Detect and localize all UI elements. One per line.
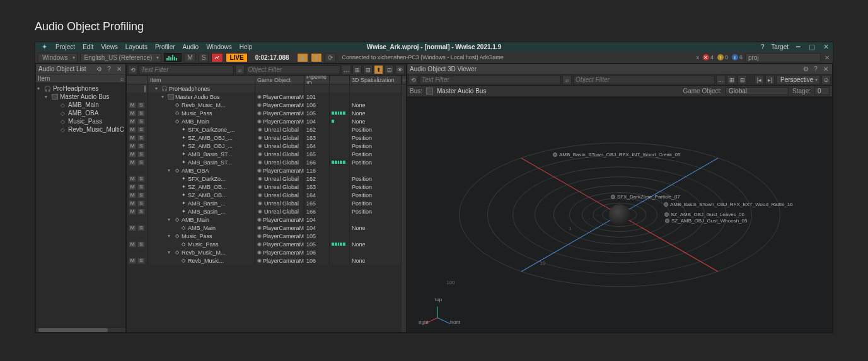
columns-icon[interactable]: ⊟ — [738, 75, 747, 84]
solo-button[interactable]: S — [137, 110, 145, 117]
menu-audio[interactable]: Audio — [183, 43, 199, 50]
menu-layouts[interactable]: Layouts — [125, 43, 148, 50]
table-row[interactable]: MS◇Music_Pass◉PlayerCameraM...105None — [127, 109, 402, 117]
table-row[interactable]: MS◇AMB_Main◉PlayerCameraM...104None — [127, 117, 402, 125]
windows-dropdown[interactable]: Windows — [38, 53, 78, 62]
table-row[interactable]: MS◇AMB_Main◉PlayerCameraM...104None — [127, 224, 402, 232]
options-icon[interactable]: ⊡ — [385, 65, 394, 74]
solo-button[interactable]: S — [137, 159, 145, 166]
gear-icon[interactable]: ⚙ — [802, 66, 809, 73]
menu-help[interactable]: Help — [240, 43, 253, 50]
eye-icon[interactable]: 👁 — [395, 65, 405, 74]
mute-button[interactable]: M — [129, 192, 136, 198]
minimize-button[interactable]: ━ — [794, 43, 802, 51]
table-row[interactable]: MS✦AMB_Basin_ST...◉Unreal Global165Posit… — [127, 150, 402, 158]
stage-field[interactable]: 0 — [814, 87, 830, 95]
link-icon[interactable]: ⟲ — [408, 75, 418, 84]
solo-button[interactable]: S — [137, 102, 145, 108]
close-icon[interactable]: ✕ — [822, 66, 830, 73]
solo-button[interactable]: S — [137, 209, 145, 215]
table-row[interactable]: MS✦AMB_Basin_...◉Unreal Global166Positio… — [127, 207, 402, 215]
table-row[interactable]: MS✦SZ_AMB_OB...◉Unreal Global163Position — [127, 183, 402, 191]
mute-button[interactable]: M — [129, 143, 136, 149]
table-row[interactable]: ▾◇AMB_Main◉PlayerCameraM...104 — [127, 215, 402, 224]
solo-button[interactable]: S — [137, 127, 145, 133]
solo-button[interactable]: S — [137, 225, 145, 231]
menu-profiler[interactable]: Profiler — [155, 43, 175, 50]
gear-icon[interactable]: ⚙ — [95, 66, 103, 73]
mute-button[interactable]: M — [129, 184, 136, 190]
expand-icon[interactable]: ▾ — [155, 86, 160, 91]
help-icon[interactable]: ? — [759, 43, 766, 50]
maximize-button[interactable]: ▢ — [807, 43, 816, 51]
expand-icon[interactable]: ▾ — [168, 217, 173, 222]
status-close[interactable]: x — [696, 54, 699, 60]
table-row[interactable]: ▾Master Audio Bus◉PlayerCameraM...101 — [127, 93, 402, 101]
view-prev-icon[interactable]: |◂ — [755, 75, 764, 84]
col-item[interactable]: Item — [148, 76, 255, 84]
table-row[interactable]: MS✦AMB_Basin_...◉Unreal Global165Positio… — [127, 199, 402, 207]
table-row[interactable]: MS◇Music_Pass◉PlayerCameraM...105None — [127, 240, 402, 248]
expand-icon[interactable]: ▾ — [45, 94, 50, 100]
emitter-marker[interactable]: SFX_DarkZone_Particle_07 — [611, 194, 680, 200]
table-row[interactable]: ▾◇AMB_OBA◉PlayerCameraM...116 — [127, 166, 402, 175]
upload-button[interactable]: ⬆ — [311, 53, 322, 62]
3d-viewer[interactable]: AMB_Basin_STown_OBJ_RFX_INT_Wood_Creak_0… — [407, 97, 832, 332]
tree-item[interactable]: ◇Music_Pass — [37, 117, 124, 125]
tree-icon[interactable]: ⊞ — [727, 75, 736, 84]
menu-edit[interactable]: Edit — [83, 43, 93, 50]
table-row[interactable]: ▾◇Music_Pass◉PlayerCameraM...105 — [127, 232, 402, 240]
mute-button[interactable]: M — [129, 176, 136, 182]
tree-item[interactable]: ▾Master Audio Bus — [37, 93, 124, 101]
col-spatialization[interactable]: 3D Spatialization — [350, 76, 402, 84]
table-row[interactable]: ▾🎧ProHeadphones — [127, 84, 402, 93]
mute-button[interactable]: M — [129, 159, 136, 166]
solo-button[interactable]: S — [137, 184, 145, 190]
solo-button[interactable]: S — [137, 135, 145, 141]
solo-button[interactable]: S — [137, 200, 145, 207]
columns-icon[interactable]: ⊟ — [363, 65, 373, 74]
table-row[interactable]: MS◇Revb_Music_M...◉PlayerCameraM...106No… — [127, 101, 402, 109]
search-icon[interactable]: ⌕ — [235, 65, 245, 74]
mute-button[interactable]: M — [129, 151, 136, 158]
search-icon[interactable]: ⌕ — [120, 76, 124, 82]
mute-button[interactable]: M — [129, 127, 136, 133]
help-icon[interactable]: ? — [105, 66, 113, 73]
language-dropdown[interactable]: English_US (Reference) — [80, 53, 162, 62]
table-row[interactable]: MS✦AMB_Basin_ST...◉Unreal Global166Posit… — [127, 158, 402, 166]
table-row[interactable]: ▾◇Revb_Music_M...◉PlayerCameraM...106 — [127, 248, 402, 256]
table-row[interactable]: MS✦SZ_AMB_OBJ_...◉Unreal Global164Positi… — [127, 142, 402, 150]
solo-button[interactable]: S — [137, 258, 145, 264]
mute-button[interactable]: M — [129, 209, 136, 215]
solo-button[interactable]: S — [137, 241, 145, 248]
emitter-marker[interactable]: SZ_AMB_OBJ_Gust_Leaves_06 — [664, 212, 744, 217]
menu-project[interactable]: Project — [55, 43, 75, 50]
v-scrollbar[interactable] — [402, 84, 406, 332]
solo-button[interactable]: S — [137, 118, 145, 125]
expand-icon[interactable]: ▾ — [168, 249, 173, 255]
expand-icon[interactable]: ▾ — [168, 233, 173, 239]
text-filter-input[interactable] — [419, 76, 561, 84]
expand-icon[interactable]: ▾ — [37, 86, 42, 91]
mute-button[interactable]: M — [129, 225, 136, 231]
tree-icon[interactable]: ⊞ — [352, 65, 362, 74]
mute-button[interactable]: M — [129, 102, 136, 108]
mute-button[interactable]: M — [184, 53, 195, 62]
link-icon[interactable]: ⟲ — [128, 65, 137, 74]
h-scrollbar[interactable] — [36, 327, 125, 332]
item-column-header[interactable]: Item ⌕ — [36, 74, 125, 83]
emitter-marker[interactable]: SZ_AMB_OBJ_Gust_Whoosh_05 — [665, 218, 748, 224]
reset-view-icon[interactable]: ⊙ — [821, 75, 831, 84]
help-icon[interactable]: ? — [812, 66, 819, 73]
table-row[interactable]: MS✦SFX_DarkZo...◉Unreal Global162Positio… — [127, 175, 402, 183]
mute-button[interactable]: M — [129, 135, 136, 141]
target-label[interactable]: Target — [771, 43, 789, 50]
mute-button[interactable]: M — [129, 110, 136, 117]
browse-icon[interactable]: … — [716, 75, 726, 84]
tree-item[interactable]: ◇AMB_OBA — [37, 109, 124, 117]
object-filter-input[interactable] — [573, 76, 715, 84]
tree-item[interactable]: ◇AMB_Main — [37, 101, 124, 109]
perspective-dropdown[interactable]: Perspective — [776, 75, 820, 84]
mute-button[interactable]: M — [129, 241, 136, 248]
col-pipeline-id[interactable]: Pipeline ID — [304, 76, 330, 84]
